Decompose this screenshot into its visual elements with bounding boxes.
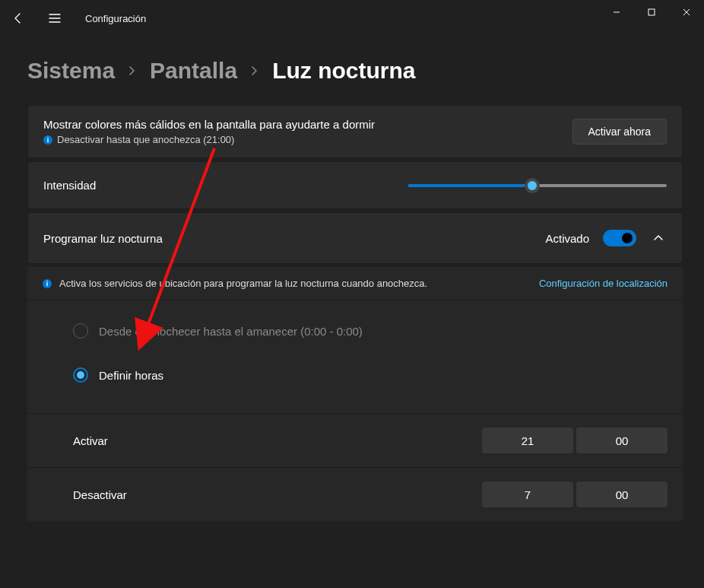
- strength-card: Intensidad: [27, 161, 683, 209]
- back-button[interactable]: [3, 3, 33, 33]
- schedule-label: Programar luz nocturna: [43, 232, 163, 245]
- close-icon: [683, 8, 690, 16]
- info-icon: i: [43, 279, 52, 288]
- location-info-text: Activa los servicios de ubicación para p…: [59, 278, 427, 289]
- maximize-button[interactable]: [634, 0, 669, 24]
- location-settings-link[interactable]: Configuración de localización: [539, 278, 668, 289]
- turn-off-hour[interactable]: 7: [482, 482, 573, 507]
- info-icon: i: [43, 135, 52, 145]
- turn-on-hour[interactable]: 21: [482, 427, 573, 453]
- turn-on-row: Activar 21 00: [27, 413, 683, 467]
- minimize-icon: [613, 8, 620, 16]
- svg-rect-0: [649, 9, 655, 15]
- titlebar: Configuración: [0, 0, 704, 37]
- radio-icon: [73, 367, 88, 383]
- intro-card: Mostrar colores más cálidos en la pantal…: [27, 105, 683, 158]
- expand-button[interactable]: [650, 231, 667, 245]
- option-set-hours[interactable]: Definir horas: [73, 367, 668, 383]
- intro-status: Desactivar hasta que anochezca (21:00): [57, 134, 234, 145]
- turn-on-minute[interactable]: 00: [576, 427, 668, 453]
- schedule-card: Programar luz nocturna Activado: [27, 212, 683, 264]
- turn-off-row: Desactivar 7 00: [27, 467, 683, 521]
- option-hours-label: Definir horas: [99, 369, 163, 382]
- radio-icon: [73, 323, 88, 338]
- window-title: Configuración: [85, 13, 146, 24]
- maximize-icon: [648, 8, 655, 16]
- schedule-state: Activado: [545, 232, 589, 245]
- schedule-options: Desde el anochecer hasta el amanecer (0:…: [27, 300, 683, 413]
- arrow-left-icon: [12, 12, 24, 24]
- breadcrumb-nightlight: Luz nocturna: [272, 58, 415, 84]
- turn-on-label: Activar: [73, 434, 108, 447]
- breadcrumb-system[interactable]: Sistema: [27, 58, 115, 84]
- chevron-up-icon: [653, 234, 664, 242]
- chevron-right-icon: [251, 65, 258, 77]
- nav-menu-button[interactable]: [40, 3, 70, 33]
- option-sunset-sunrise: Desde el anochecer hasta el amanecer (0:…: [73, 323, 668, 338]
- location-info-bar: i Activa los servicios de ubicación para…: [27, 267, 683, 300]
- strength-label: Intensidad: [43, 179, 96, 192]
- minimize-button[interactable]: [599, 0, 634, 24]
- slider-thumb[interactable]: [525, 178, 540, 193]
- turn-off-minute[interactable]: 00: [576, 482, 668, 507]
- breadcrumb-display[interactable]: Pantalla: [150, 58, 237, 84]
- schedule-toggle[interactable]: [603, 230, 636, 246]
- strength-slider[interactable]: [408, 180, 667, 192]
- breadcrumb: Sistema Pantalla Luz nocturna: [27, 58, 683, 84]
- hamburger-icon: [49, 13, 61, 24]
- chevron-right-icon: [128, 65, 136, 77]
- option-sunset-label: Desde el anochecer hasta el amanecer (0:…: [99, 325, 363, 338]
- close-button[interactable]: [669, 0, 704, 24]
- turn-on-now-button[interactable]: Activar ahora: [572, 119, 667, 145]
- turn-off-label: Desactivar: [73, 488, 127, 501]
- intro-heading: Mostrar colores más cálidos en la pantal…: [43, 118, 375, 131]
